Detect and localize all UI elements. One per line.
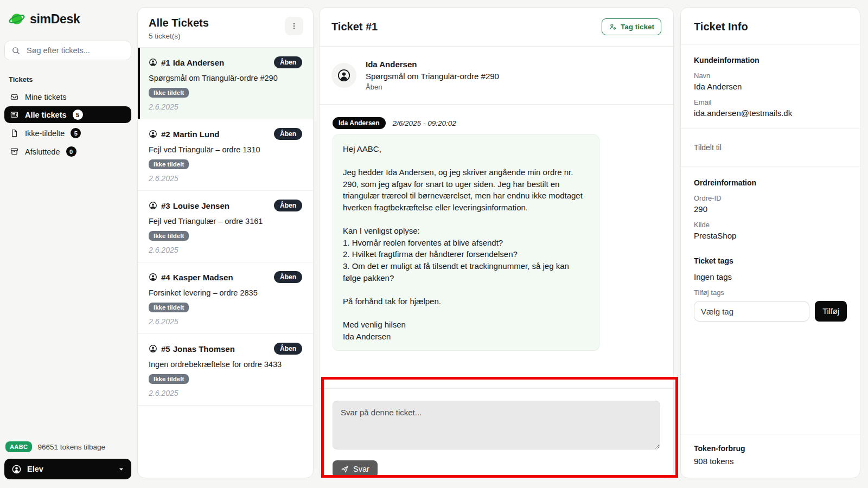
sidebar-item-ikke-tildelte[interactable]: Ikke-tildelte 5 (4, 125, 131, 142)
ticket-subject: Spørgsmål om Triangulär-ordre #290 (366, 72, 499, 81)
app-logo: simDesk (9, 11, 131, 27)
assignment-badge: Ikke tildelt (149, 159, 189, 169)
customer-info-section: Kundeinformation Navn Ida Andersen Email… (681, 44, 860, 129)
ticket-info-panel: Ticket Info Kundeinformation Navn Ida An… (680, 7, 860, 478)
kebab-menu-icon (290, 22, 298, 30)
customer-info-heading: Kundeinformation (694, 56, 847, 65)
chevron-down-icon (118, 466, 124, 472)
user-menu-button[interactable]: Elev (4, 459, 131, 479)
status-badge: Åben (274, 56, 302, 68)
status-badge: Åben (274, 271, 302, 283)
inbox-icon (10, 92, 19, 101)
person-icon (149, 130, 157, 138)
person-check-icon (609, 23, 617, 31)
assignment-badge: Ikke tildelt (149, 231, 189, 241)
ticket-date: 2.6.2025 (149, 102, 302, 111)
claim-ticket-button[interactable]: Tag ticket (602, 18, 661, 35)
source-value: PrestaShop (694, 231, 847, 240)
ticket-list-header: Alle Tickets 5 ticket(s) (138, 8, 313, 48)
token-usage-section: Token-forbrug 908 tokens (681, 434, 860, 478)
sidebar-item-mine-tickets[interactable]: Mine tickets (4, 89, 131, 105)
search-input[interactable] (27, 46, 124, 55)
message-header: Ida Andersen 2/6/2025 - 09:20:02 (333, 117, 660, 129)
ticket-detail-panel: Ticket #1 Tag ticket Ida Andersen (319, 7, 674, 478)
ticket-title: #2Martin Lund (161, 130, 220, 139)
message-thread: Ida Andersen 2/6/2025 - 09:20:02 Hej AAB… (320, 105, 673, 388)
user-circle-icon (11, 464, 22, 474)
order-info-heading: Ordreinformation (694, 178, 847, 187)
reply-section: Svar (320, 388, 673, 478)
ticket-list-panel: Alle Tickets 5 ticket(s) #1Ida Andersen … (137, 7, 314, 478)
ticket-subject: Fejl ved Triangulær – ordre 3161 (149, 217, 302, 226)
ticket-count: 5 ticket(s) (149, 32, 209, 40)
ticket-date: 2.6.2025 (149, 246, 302, 254)
ticket-subject: Ingen ordrebekræftelse for ordre 3433 (149, 360, 302, 369)
ticket-date: 2.6.2025 (149, 389, 302, 397)
name-label: Navn (694, 72, 847, 80)
ticket-date: 2.6.2025 (149, 317, 302, 326)
ticket-title: #4Kasper Madsen (161, 273, 233, 282)
status-badge: Åben (274, 343, 302, 355)
person-icon (149, 344, 157, 353)
avatar (331, 63, 356, 88)
paper-plane-icon (341, 465, 349, 473)
ticket-subject: Fejl ved Triangulär – ordre 1310 (149, 145, 302, 154)
assigned-label: Tildelt til (694, 143, 847, 152)
ticket-search[interactable] (4, 41, 131, 60)
team-code-badge: AABC (5, 441, 32, 452)
search-icon (11, 46, 21, 55)
ticket-title: #1Ida Andersen (161, 58, 224, 67)
sidebar-item-afsluttede[interactable]: Afsluttede 0 (4, 143, 131, 160)
reply-textarea[interactable] (333, 401, 660, 450)
app-window: simDesk Tickets Mine tickets (0, 0, 868, 488)
person-icon (149, 58, 157, 67)
count-badge: 5 (73, 110, 83, 120)
ticket-list-item-1[interactable]: #1Ida Andersen Åben Spørgsmål om Triangu… (138, 48, 313, 119)
assigned-section: Tildelt til (681, 129, 860, 166)
ticket-title: #3Louise Jensen (161, 201, 229, 210)
add-tag-button[interactable]: Tilføj (815, 301, 847, 322)
sidebar-item-label: Mine tickets (25, 93, 67, 101)
list-menu-button[interactable] (285, 17, 303, 35)
no-tags-text: Ingen tags (694, 272, 847, 281)
ticket-summary: Ida Andersen Spørgsmål om Triangulär-ord… (320, 47, 673, 105)
ticket-list-item-3[interactable]: #3Louise Jensen Åben Fejl ved Triangulær… (138, 191, 313, 262)
token-usage-heading: Token-forbrug (694, 444, 847, 453)
ticket-subject: Spørgsmål om Triangulär-ordre #290 (149, 74, 302, 82)
ticket-subject: Forsinket levering – ordre 2835 (149, 288, 302, 297)
count-badge: 5 (71, 128, 81, 138)
archive-icon (10, 147, 19, 156)
person-icon (149, 201, 157, 210)
count-badge: 0 (66, 146, 76, 157)
email-label: Email (694, 98, 847, 106)
order-info-section: Ordreinformation Ordre-ID 290 Kilde Pres… (681, 166, 860, 434)
sidebar-section-label: Tickets (9, 75, 127, 84)
ticket-list-title: Alle Tickets (149, 17, 209, 29)
tag-select-input[interactable] (694, 301, 809, 322)
tokens-remaining-text: 96651 tokens tilbage (37, 443, 105, 451)
email-value: ida.andersen@testmails.dk (694, 108, 847, 118)
sidebar-item-label: Ikke-tildelte (25, 129, 65, 138)
assignment-badge: Ikke tildelt (149, 88, 189, 98)
info-panel-title: Ticket Info (681, 8, 860, 44)
send-reply-label: Svar (353, 465, 369, 473)
order-id-value: 290 (694, 204, 847, 214)
ticket-list-item-5[interactable]: #5Jonas Thomsen Åben Ingen ordrebekræfte… (138, 334, 313, 406)
assignment-badge: Ikke tildelt (149, 374, 189, 384)
person-icon (149, 273, 157, 281)
left-sidebar: simDesk Tickets Mine tickets (0, 0, 136, 488)
status-badge: Åben (274, 200, 302, 211)
sidebar-item-alle-tickets[interactable]: Alle tickets 5 (4, 106, 131, 123)
ticket-list-item-4[interactable]: #4Kasper Madsen Åben Forsinket levering … (138, 262, 313, 334)
user-label: Elev (27, 465, 43, 473)
ticket-list-item-2[interactable]: #2Martin Lund Åben Fejl ved Triangulär –… (138, 119, 313, 191)
ticket-status: Åben (366, 83, 499, 91)
ticket-date: 2.6.2025 (149, 174, 302, 183)
app-title: simDesk (30, 12, 80, 27)
planet-logo-icon (9, 11, 25, 27)
customer-name: Ida Andersen (366, 60, 499, 69)
document-icon (10, 129, 19, 138)
send-reply-button[interactable]: Svar (333, 460, 378, 478)
ticket-title: #5Jonas Thomsen (161, 344, 235, 354)
message-timestamp: 2/6/2025 - 09:20:02 (393, 119, 456, 127)
